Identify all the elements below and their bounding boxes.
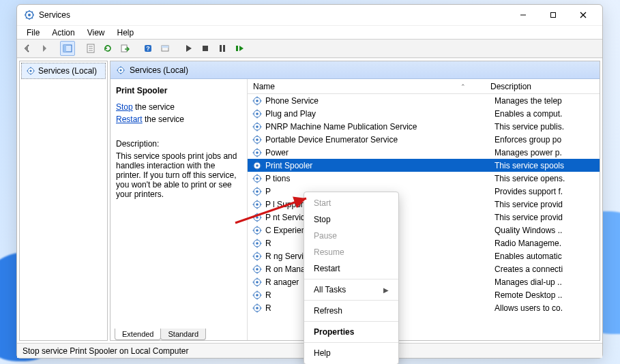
status-text: Stop service Print Spooler on Local Comp… <box>23 346 188 356</box>
window-title: Services <box>39 10 70 20</box>
service-name: Phone Service <box>265 96 490 106</box>
service-row[interactable]: C ExperienceQuality Windows .. <box>248 224 600 237</box>
service-row[interactable]: R ng ServiceEnables automatic <box>248 249 600 262</box>
service-description: Enables automatic <box>490 252 600 261</box>
service-description: Manages dial-up .. <box>490 277 600 287</box>
tab-standard[interactable]: Standard <box>160 329 206 340</box>
service-row[interactable]: R on ManagerCreates a connecti <box>248 262 600 275</box>
gear-icon <box>116 65 126 75</box>
service-name: Plug and Play <box>265 109 490 119</box>
menu-separator <box>304 321 398 322</box>
menu-separator <box>304 300 398 301</box>
menu-file[interactable]: File <box>21 27 45 39</box>
menu-item-resume: Resume <box>304 244 398 260</box>
minimize-button[interactable] <box>508 5 538 25</box>
pause-service-button[interactable] <box>215 41 230 56</box>
service-row[interactable]: Phone ServiceManages the telep <box>248 94 600 107</box>
services-icon <box>24 10 35 20</box>
svg-point-43 <box>256 100 259 102</box>
gear-icon <box>252 134 263 145</box>
console-tree: Services (Local) <box>19 61 108 341</box>
service-description: Manages the telep <box>490 96 600 106</box>
service-description: Remote Desktop .. <box>490 290 600 300</box>
menu-action[interactable]: Action <box>46 27 80 39</box>
start-service-button[interactable] <box>181 41 196 56</box>
svg-rect-27 <box>220 45 222 52</box>
menu-help[interactable]: Help <box>112 27 140 39</box>
gear-icon <box>252 95 263 106</box>
detail-pane-title: Services (Local) <box>130 65 188 75</box>
forward-button[interactable] <box>37 41 52 56</box>
refresh-button[interactable] <box>100 41 115 56</box>
svg-point-127 <box>256 281 259 284</box>
gear-icon <box>252 277 263 288</box>
service-row[interactable]: PProvides support f. <box>248 185 600 198</box>
gear-icon <box>252 251 263 262</box>
service-row[interactable]: PowerManages power p. <box>248 146 600 159</box>
gear-icon <box>252 238 263 249</box>
tree-root-services-local[interactable]: Services (Local) <box>21 63 106 79</box>
export-list-button[interactable] <box>117 41 132 56</box>
menu-item-properties[interactable]: Properties <box>304 324 398 340</box>
menu-view[interactable]: View <box>82 27 110 39</box>
svg-point-67 <box>256 151 259 154</box>
service-row[interactable]: PNRP Machine Name Publication ServiceThi… <box>248 120 600 133</box>
service-row[interactable]: RRemote Desktop .. <box>248 288 600 301</box>
menu-item-start: Start <box>304 195 398 211</box>
restart-service-button[interactable] <box>232 41 247 56</box>
gear-icon <box>252 199 263 210</box>
tab-extended[interactable]: Extended <box>115 329 161 340</box>
tree-root-label: Services (Local) <box>38 66 97 76</box>
service-description: Provides support f. <box>490 187 600 196</box>
service-description: Quality Windows .. <box>490 226 600 235</box>
help-button[interactable]: ? <box>141 41 156 56</box>
close-button[interactable] <box>568 5 598 25</box>
service-detail-panel: Print Spooler Stop the service Restart t… <box>110 79 247 340</box>
service-description: Enables a comput. <box>490 109 600 119</box>
gear-icon <box>26 66 35 76</box>
detail-pane-header: Services (Local) <box>110 61 600 79</box>
menu-item-refresh[interactable]: Refresh <box>304 303 398 319</box>
service-row[interactable]: RRadio Manageme. <box>248 237 600 249</box>
menu-item-all-tasks[interactable]: All Tasks▶ <box>304 282 398 298</box>
service-description: Allows users to co. <box>490 303 600 313</box>
svg-point-115 <box>256 255 259 258</box>
toolbar-button[interactable] <box>158 41 173 56</box>
context-menu: StartStopPauseResumeRestartAll Tasks▶Ref… <box>304 192 399 364</box>
gear-icon <box>252 225 263 236</box>
back-button[interactable] <box>20 41 35 56</box>
service-row[interactable]: R anagerManages dial-up .. <box>248 275 600 288</box>
gear-icon <box>252 212 263 223</box>
svg-rect-11 <box>551 13 556 18</box>
menu-item-stop[interactable]: Stop <box>304 211 398 228</box>
services-window: Services File Action View Help ? <box>16 4 603 359</box>
svg-point-121 <box>256 268 259 271</box>
service-row[interactable]: Portable Device Enumerator ServiceEnforc… <box>248 133 600 146</box>
svg-point-139 <box>256 307 259 309</box>
service-row[interactable]: Plug and PlayEnables a comput. <box>248 107 600 120</box>
service-name: Print Spooler <box>265 161 490 170</box>
column-name[interactable]: Name⌃ <box>248 82 486 91</box>
gear-icon <box>252 147 263 158</box>
stop-service-link[interactable]: Stop <box>116 102 133 112</box>
titlebar[interactable]: Services <box>17 5 602 25</box>
menu-item-restart[interactable]: Restart <box>304 260 398 277</box>
column-description[interactable]: Description <box>486 82 600 91</box>
restart-service-link[interactable]: Restart <box>116 115 143 124</box>
service-row[interactable]: P tionsThis service opens. <box>248 172 600 185</box>
menu-item-help[interactable]: Help <box>304 345 398 361</box>
service-description: This service spools <box>490 161 600 170</box>
maximize-button[interactable] <box>538 5 568 25</box>
service-row[interactable]: P l SupportThis service provid <box>248 198 600 211</box>
service-row[interactable]: Print SpoolerThis service spools <box>248 159 600 172</box>
stop-service-button[interactable] <box>198 41 213 56</box>
svg-point-55 <box>256 125 259 128</box>
show-hide-console-tree-button[interactable] <box>60 41 75 56</box>
service-name: PNRP Machine Name Publication Service <box>265 122 490 132</box>
svg-point-85 <box>256 190 259 193</box>
service-row[interactable]: P nt ServiceThis service provid <box>248 211 600 224</box>
description-label: Description: <box>116 139 241 149</box>
service-row[interactable]: RAllows users to co. <box>248 301 600 314</box>
gear-icon <box>252 108 263 119</box>
properties-button[interactable] <box>83 41 98 56</box>
